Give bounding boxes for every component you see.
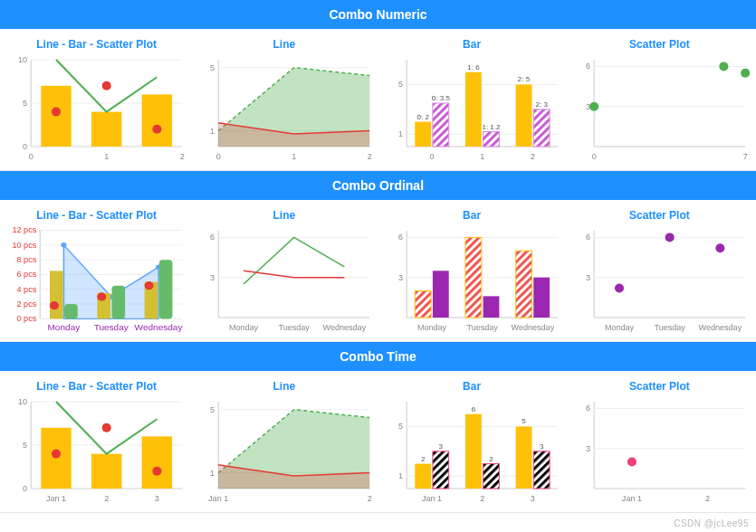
- numeric-bar-card: Bar 150120: 21: 62: 50: 3.51: 1.22: 3: [381, 33, 563, 163]
- svg-text:6 pcs: 6 pcs: [17, 271, 37, 280]
- svg-text:Wednesday: Wednesday: [511, 323, 554, 332]
- svg-point-185: [627, 457, 636, 466]
- svg-text:Monday: Monday: [229, 323, 259, 332]
- svg-rect-12: [91, 112, 121, 147]
- svg-rect-82: [50, 271, 63, 318]
- svg-rect-85: [64, 304, 78, 318]
- ordinal-combo-card: Line - Bar - Scatter Plot 0 pcs2 pcs4 pc…: [5, 204, 187, 334]
- svg-text:2: 2: [180, 152, 185, 161]
- chart-title: Line: [193, 375, 375, 396]
- svg-point-145: [152, 467, 161, 476]
- svg-text:5: 5: [398, 422, 403, 431]
- svg-text:1: 1: [480, 152, 484, 161]
- section-numeric-header: Combo Numeric: [0, 0, 756, 29]
- section-ordinal-header: Combo Ordinal: [0, 171, 756, 200]
- svg-text:Wednesday: Wednesday: [323, 323, 367, 332]
- svg-text:1: 1: [104, 152, 109, 161]
- svg-text:0: 3.5: 0: 3.5: [431, 94, 450, 102]
- svg-point-126: [615, 284, 624, 293]
- svg-rect-167: [515, 426, 531, 489]
- time-scatter-card: Scatter Plot 36Jan 12: [569, 375, 751, 505]
- svg-text:0: 0: [29, 152, 33, 161]
- svg-text:Jan 1: Jan 1: [622, 494, 642, 503]
- svg-text:1: 1: [398, 471, 403, 480]
- chart-title: Bar: [381, 33, 563, 54]
- svg-text:1: 1.2: 1: 1.2: [482, 123, 501, 131]
- svg-text:2: 2: [368, 494, 372, 503]
- svg-text:2 pcs: 2 pcs: [17, 299, 37, 309]
- svg-rect-163: [415, 464, 431, 489]
- svg-text:2: 2: [104, 494, 109, 503]
- svg-text:0: 2: 0: 2: [416, 113, 429, 121]
- svg-rect-115: [483, 296, 499, 318]
- ordinal-combo-chart: 0 pcs2 pcs4 pcs6 pcs8 pcs10 pcs12 pcsMon…: [5, 225, 187, 334]
- ordinal-bar-chart: 36MondayTuesdayWednesday: [381, 225, 563, 334]
- svg-text:0: 0: [429, 152, 434, 161]
- ordinal-scatter-chart: 36MondayTuesdayWednesday: [569, 225, 751, 334]
- svg-text:6: 6: [398, 233, 403, 242]
- ordinal-line-chart: 36MondayTuesdayWednesday: [193, 225, 375, 334]
- svg-text:Jan 1: Jan 1: [46, 494, 66, 503]
- svg-text:5: 5: [210, 63, 215, 72]
- svg-point-57: [589, 102, 598, 111]
- svg-text:0 pcs: 0 pcs: [17, 315, 37, 324]
- svg-text:1: 1: [292, 152, 296, 161]
- numeric-combo-chart: 0510012: [5, 54, 187, 163]
- svg-text:12 pcs: 12 pcs: [13, 226, 37, 235]
- numeric-combo-card: Line - Bar - Scatter Plot 0510012: [5, 33, 187, 163]
- svg-text:0: 0: [23, 142, 27, 151]
- svg-text:10: 10: [18, 55, 27, 64]
- numeric-bar-chart: 150120: 21: 62: 50: 3.51: 1.22: 3: [381, 54, 563, 163]
- svg-point-144: [102, 423, 111, 432]
- svg-text:0: 0: [216, 152, 221, 161]
- svg-rect-165: [464, 414, 481, 489]
- svg-text:Jan 1: Jan 1: [421, 494, 441, 503]
- svg-text:Wednesday: Wednesday: [698, 323, 742, 332]
- time-combo-chart: 0510Jan 123: [5, 396, 187, 505]
- svg-rect-86: [111, 286, 125, 319]
- svg-text:6: 6: [586, 404, 590, 413]
- svg-text:5: 5: [210, 405, 215, 414]
- svg-text:1: 1: [210, 127, 215, 136]
- svg-text:10: 10: [18, 397, 27, 406]
- svg-point-59: [741, 69, 750, 78]
- svg-text:Monday: Monday: [416, 323, 446, 332]
- svg-text:Jan 1: Jan 1: [208, 494, 228, 503]
- chart-title: Line - Bar - Scatter Plot: [5, 204, 187, 225]
- svg-text:Wednesday: Wednesday: [135, 323, 183, 333]
- svg-text:Tuesday: Tuesday: [654, 323, 685, 332]
- svg-rect-114: [432, 271, 448, 318]
- svg-text:3: 3: [530, 494, 534, 503]
- svg-rect-43: [432, 103, 448, 147]
- svg-text:2: 2: [705, 494, 710, 503]
- svg-text:3: 3: [586, 444, 590, 453]
- svg-text:8 pcs: 8 pcs: [17, 255, 37, 264]
- time-line-card: Line 15Jan 12: [193, 375, 375, 505]
- chart-title: Line - Bar - Scatter Plot: [5, 33, 187, 54]
- time-line-chart: 15Jan 12: [193, 396, 375, 505]
- svg-point-16: [152, 125, 161, 134]
- svg-text:10 pcs: 10 pcs: [13, 241, 37, 250]
- svg-rect-87: [159, 260, 173, 318]
- ordinal-line-card: Line 36MondayTuesdayWednesday: [193, 204, 375, 334]
- time-scatter-chart: 36Jan 12: [569, 396, 751, 505]
- svg-rect-173: [483, 464, 499, 489]
- chart-title: Bar: [381, 204, 563, 225]
- svg-text:5: 5: [522, 417, 526, 425]
- svg-text:2: 2: [480, 494, 484, 503]
- svg-point-127: [665, 233, 674, 242]
- svg-rect-116: [533, 278, 550, 318]
- svg-point-89: [97, 292, 106, 300]
- svg-point-128: [715, 243, 724, 252]
- chart-title: Bar: [381, 375, 563, 396]
- svg-text:3: 3: [539, 442, 543, 451]
- section-ordinal-row: Line - Bar - Scatter Plot 0 pcs2 pcs4 pc…: [0, 200, 756, 342]
- svg-rect-39: [515, 84, 531, 147]
- svg-text:Tuesday: Tuesday: [466, 323, 498, 332]
- svg-text:Monday: Monday: [48, 323, 81, 333]
- svg-rect-142: [142, 436, 172, 489]
- svg-rect-171: [432, 451, 448, 489]
- svg-text:1: 1: [210, 469, 215, 478]
- svg-text:Tuesday: Tuesday: [279, 323, 311, 332]
- svg-text:Monday: Monday: [605, 323, 635, 332]
